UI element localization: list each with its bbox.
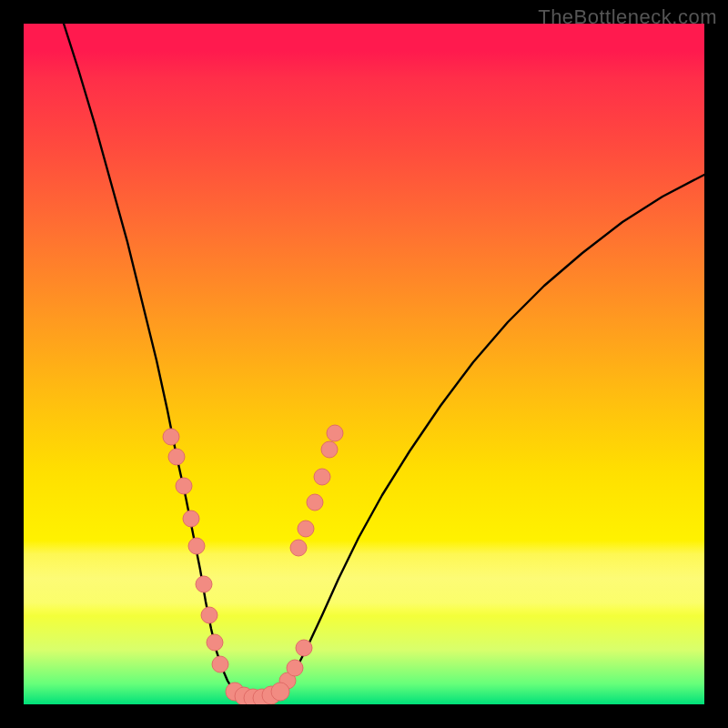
data-dot bbox=[201, 607, 217, 623]
data-dot bbox=[183, 511, 199, 527]
data-dot bbox=[207, 634, 223, 651]
data-dot bbox=[307, 494, 323, 511]
data-dot bbox=[298, 521, 314, 537]
data-dot bbox=[271, 682, 289, 701]
data-dot bbox=[168, 449, 185, 465]
data-dot bbox=[290, 540, 307, 556]
data-dot bbox=[327, 425, 343, 441]
data-dot bbox=[163, 429, 179, 445]
data-dot bbox=[212, 656, 228, 672]
data-dot bbox=[321, 441, 338, 458]
data-dot bbox=[196, 576, 212, 592]
data-dots bbox=[163, 425, 343, 704]
watermark-text: TheBottleneck.com bbox=[538, 5, 717, 29]
data-dot bbox=[296, 640, 312, 656]
data-dot bbox=[176, 478, 192, 494]
data-dot bbox=[188, 538, 205, 554]
data-dot bbox=[314, 469, 330, 485]
chart-frame bbox=[24, 24, 704, 704]
bottleneck-curve bbox=[64, 24, 704, 699]
curve-overlay bbox=[24, 24, 704, 704]
data-dot bbox=[287, 660, 303, 676]
